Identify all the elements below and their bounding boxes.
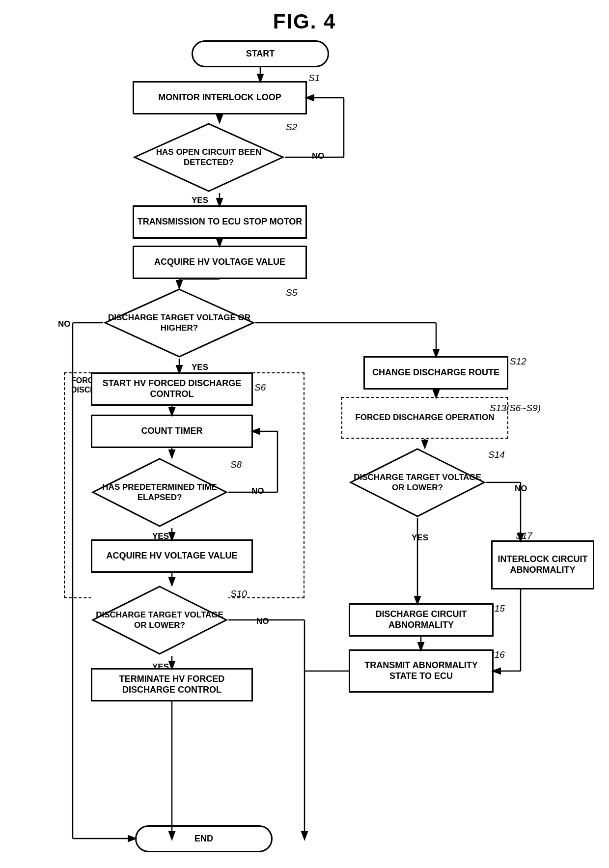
- s2-diamond: HAS OPEN CIRCUIT BEEN DETECTED?: [133, 122, 285, 193]
- start-node: START: [192, 40, 329, 67]
- step-s6: S6: [254, 382, 266, 393]
- s2-no-label: NO: [312, 151, 325, 161]
- step-s12: S12: [510, 356, 526, 367]
- step-s5: S5: [286, 287, 297, 298]
- s14-diamond: DISCHARGE TARGET VOLTAGE OR LOWER?: [349, 447, 486, 518]
- s15-node: DISCHARGE CIRCUIT ABNORMALITY: [349, 603, 494, 637]
- s10-diamond: DISCHARGE TARGET VOLTAGE OR LOWER?: [91, 585, 228, 656]
- step-s10: S10: [230, 588, 247, 599]
- s1-monitor-node: MONITOR INTERLOCK LOOP: [133, 81, 307, 114]
- s11-node: TERMINATE HV FORCED DISCHARGE CONTROL: [91, 668, 253, 701]
- s8-no-label: NO: [251, 486, 264, 496]
- s13-node: FORCED DISCHARGE OPERATION: [341, 397, 508, 439]
- end-node: END: [135, 825, 273, 852]
- s2-yes-label: YES: [192, 196, 208, 205]
- s14-no-label: NO: [515, 484, 527, 494]
- s5-diamond: DISCHARGE TARGET VOLTAGE OR HIGHER?: [103, 287, 255, 359]
- s7-node: COUNT TIMER: [91, 415, 253, 448]
- s14-yes-label: YES: [412, 533, 428, 543]
- s8-diamond: HAS PREDETERMINED TIME ELAPSED?: [91, 457, 228, 528]
- s4-node: ACQUIRE HV VOLTAGE VALUE: [133, 246, 307, 279]
- s5-no-label: NO: [58, 319, 71, 329]
- s10-no-label: NO: [256, 616, 269, 626]
- step-s1: S1: [308, 73, 320, 84]
- step-s2: S2: [286, 122, 297, 133]
- s16-node: TRANSMIT ABNORMALITY STATE TO ECU: [349, 649, 494, 693]
- s9-node: ACQUIRE HV VOLTAGE VALUE: [91, 539, 253, 573]
- s17-node: INTERLOCK CIRCUIT ABNORMALITY: [491, 540, 594, 589]
- s5-yes-label: YES: [192, 363, 208, 372]
- s6-node: START HV FORCED DISCHARGE CONTROL: [91, 372, 253, 406]
- step-s14: S14: [488, 449, 505, 460]
- s12-node: CHANGE DISCHARGE ROUTE: [363, 356, 508, 390]
- step-s17: S17: [516, 531, 532, 541]
- figure-title: FIG. 4: [0, 10, 609, 33]
- s3-node: TRANSMISSION TO ECU STOP MOTOR: [133, 205, 307, 239]
- step-s8: S8: [230, 459, 242, 470]
